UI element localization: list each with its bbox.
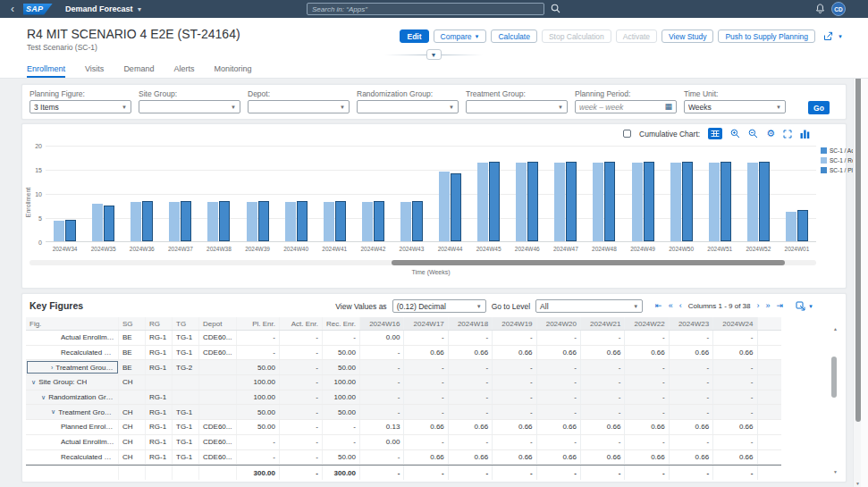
rg-cell[interactable]: RG-1 bbox=[146, 331, 173, 345]
week-value-cell[interactable]: - bbox=[625, 375, 669, 390]
tg-cell[interactable]: TG-2 bbox=[173, 360, 199, 374]
column-header[interactable]: 2024W24 bbox=[713, 317, 757, 330]
week-value-cell[interactable]: - bbox=[360, 450, 404, 465]
act-enr-cell[interactable]: - bbox=[280, 346, 323, 360]
week-value-cell[interactable]: 0.66 bbox=[537, 450, 581, 465]
week-value-cell[interactable]: - bbox=[537, 360, 581, 374]
week-value-cell[interactable]: - bbox=[449, 375, 493, 390]
week-value-cell[interactable]: - bbox=[581, 390, 625, 405]
fig-cell[interactable]: Actual Enrollment bbox=[26, 435, 119, 449]
week-value-cell[interactable]: - bbox=[670, 405, 713, 419]
collapse-row-icon[interactable]: ∨ bbox=[41, 394, 46, 401]
tab-visits[interactable]: Visits bbox=[85, 62, 104, 78]
stop-calculation-button[interactable]: Stop Calculation bbox=[542, 29, 611, 43]
export-menu[interactable]: ▼ bbox=[796, 301, 813, 311]
pl-enr-cell[interactable]: 50.00 bbox=[237, 360, 280, 374]
push-to-supply-planning-button[interactable]: Push to Supply Planning bbox=[718, 29, 815, 43]
rg-cell[interactable]: RG-1 bbox=[146, 360, 173, 374]
rec-enr-cell[interactable]: 50.00 bbox=[323, 360, 360, 374]
week-value-cell[interactable]: - bbox=[493, 331, 536, 345]
cumulative-chart-checkbox[interactable] bbox=[623, 130, 631, 138]
tg-cell[interactable] bbox=[173, 375, 199, 390]
pl-enr-cell[interactable]: 50.00 bbox=[237, 405, 280, 419]
week-value-cell[interactable]: - bbox=[449, 405, 493, 419]
tab-enrollment[interactable]: Enrollment bbox=[27, 62, 65, 78]
pl-enr-cell[interactable]: 100.00 bbox=[237, 375, 280, 390]
week-value-cell[interactable]: - bbox=[493, 375, 536, 390]
week-value-cell[interactable]: - bbox=[713, 435, 757, 449]
bar-rec-enr[interactable] bbox=[285, 202, 296, 241]
bar-pl-enr[interactable] bbox=[451, 173, 461, 241]
depot-cell[interactable]: CDE60... bbox=[199, 435, 237, 449]
expand-row-icon[interactable]: › bbox=[51, 365, 53, 371]
act-enr-cell[interactable]: - bbox=[280, 435, 323, 449]
week-value-cell[interactable]: 0.66 bbox=[670, 346, 713, 360]
collapse-header-button[interactable]: ▼ bbox=[426, 49, 442, 60]
week-value-cell[interactable]: - bbox=[581, 405, 625, 419]
column-header[interactable]: Depot bbox=[199, 317, 237, 330]
depot-cell[interactable] bbox=[199, 390, 237, 405]
bar-pl-enr[interactable] bbox=[297, 201, 308, 241]
week-value-cell[interactable]: - bbox=[537, 331, 581, 345]
bar-rec-enr[interactable] bbox=[709, 163, 720, 241]
week-value-cell[interactable]: - bbox=[537, 405, 581, 419]
week-value-cell[interactable]: 0.00 bbox=[360, 435, 404, 449]
select-input[interactable]: ▼ bbox=[466, 100, 568, 113]
scrollbar-thumb[interactable] bbox=[855, 64, 861, 422]
week-value-cell[interactable]: - bbox=[670, 360, 713, 374]
bar-rec-enr[interactable] bbox=[554, 163, 565, 241]
week-value-cell[interactable]: 0.66 bbox=[493, 346, 536, 360]
week-value-cell[interactable]: 0.66 bbox=[493, 450, 536, 465]
bar-rec-enr[interactable] bbox=[593, 163, 603, 241]
week-value-cell[interactable]: - bbox=[493, 405, 536, 419]
depot-cell[interactable]: CDE60... bbox=[199, 346, 237, 360]
pl-enr-cell[interactable]: 50.00 bbox=[237, 420, 280, 434]
week-value-cell[interactable]: - bbox=[360, 360, 404, 374]
week-value-cell[interactable]: - bbox=[670, 375, 713, 390]
bar-pl-enr[interactable] bbox=[335, 201, 346, 241]
chart-horizontal-scrollbar[interactable] bbox=[29, 260, 816, 265]
last-page-icon[interactable]: ⇥ bbox=[777, 302, 784, 310]
sg-cell[interactable]: CH bbox=[119, 435, 146, 449]
search-input[interactable]: Search in: “Apps” bbox=[307, 3, 544, 15]
tab-demand[interactable]: Demand bbox=[123, 62, 154, 78]
sg-cell[interactable] bbox=[119, 390, 146, 405]
week-value-cell[interactable]: - bbox=[713, 405, 757, 419]
column-header[interactable]: 2024W20 bbox=[537, 317, 581, 330]
fast-previous-icon[interactable]: « bbox=[669, 302, 673, 310]
bar-pl-enr[interactable] bbox=[181, 201, 191, 241]
view-values-select[interactable]: (0.12) Decimal▼ bbox=[392, 299, 486, 313]
week-value-cell[interactable]: 0.66 bbox=[537, 420, 581, 434]
go-to-level-select[interactable]: All▼ bbox=[535, 299, 643, 313]
bar-rec-enr[interactable] bbox=[92, 204, 103, 241]
bar-rec-enr[interactable] bbox=[400, 202, 411, 241]
week-value-cell[interactable]: 0.66 bbox=[713, 450, 757, 465]
bar-pl-enr[interactable] bbox=[797, 210, 808, 241]
calendar-icon[interactable]: ▦ bbox=[664, 103, 672, 111]
bar-pl-enr[interactable] bbox=[374, 201, 384, 241]
tg-cell[interactable]: TG-1 bbox=[173, 450, 199, 465]
week-value-cell[interactable]: 0.13 bbox=[360, 420, 404, 434]
column-header[interactable]: Rec. Enr. bbox=[323, 317, 360, 330]
bar-rec-enr[interactable] bbox=[439, 172, 450, 241]
column-header[interactable]: 2024W23 bbox=[670, 317, 713, 330]
week-value-cell[interactable]: - bbox=[404, 360, 448, 374]
first-page-icon[interactable]: ⇤ bbox=[655, 302, 662, 310]
sg-cell[interactable]: CH bbox=[119, 405, 146, 419]
week-value-cell[interactable]: - bbox=[537, 390, 581, 405]
pl-enr-cell[interactable]: - bbox=[237, 346, 280, 360]
bar-pl-enr[interactable] bbox=[412, 201, 423, 241]
column-header[interactable]: 2024W19 bbox=[493, 317, 536, 330]
week-value-cell[interactable]: - bbox=[449, 390, 493, 405]
act-enr-cell[interactable]: - bbox=[280, 375, 323, 390]
sg-cell[interactable]: CH bbox=[119, 450, 146, 465]
fig-cell[interactable]: Recalculated Enro... bbox=[26, 346, 119, 360]
page-scrollbar[interactable]: ▲ ▼ bbox=[853, 55, 861, 487]
depot-cell[interactable] bbox=[199, 375, 237, 390]
week-value-cell[interactable]: - bbox=[404, 405, 448, 419]
act-enr-cell[interactable]: - bbox=[280, 331, 323, 345]
week-value-cell[interactable]: - bbox=[449, 435, 493, 449]
week-value-cell[interactable]: 0.66 bbox=[713, 346, 757, 360]
week-value-cell[interactable]: - bbox=[670, 435, 713, 449]
act-enr-cell[interactable]: - bbox=[280, 450, 323, 465]
